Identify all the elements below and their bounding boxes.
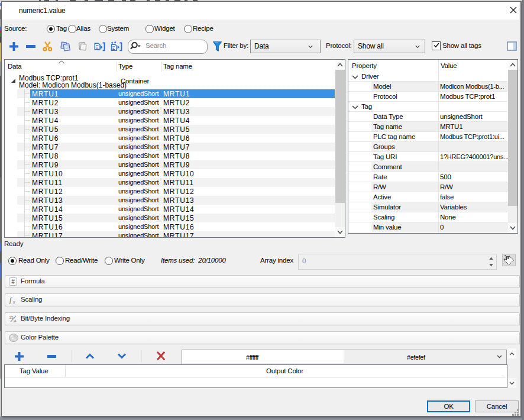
svg-text:15: 15	[9, 315, 14, 319]
svg-text:#: #	[11, 279, 15, 285]
svg-text:x: x	[12, 299, 15, 304]
svg-text:f: f	[9, 296, 12, 304]
